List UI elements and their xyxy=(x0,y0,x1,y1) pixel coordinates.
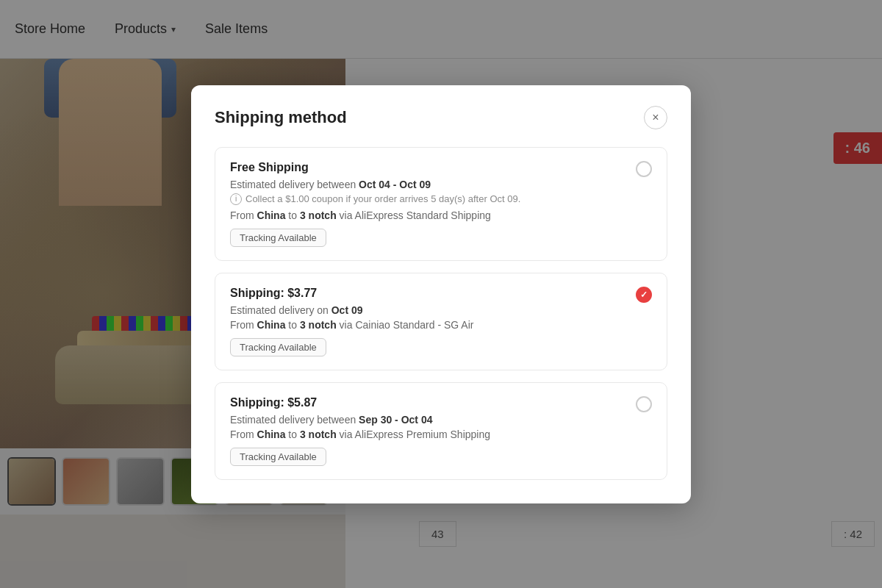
shipping-option-premium[interactable]: Shipping: $5.87 Estimated delivery betwe… xyxy=(215,382,667,480)
option-header-premium: Shipping: $5.87 Estimated delivery betwe… xyxy=(230,396,652,466)
tracking-badge-premium: Tracking Available xyxy=(230,448,326,466)
close-button[interactable]: × xyxy=(644,106,667,129)
option-delivery-standard: Estimated delivery on Oct 09 xyxy=(230,304,473,316)
option-delivery-free: Estimated delivery between Oct 04 - Oct … xyxy=(230,179,520,190)
tracking-badge-standard: Tracking Available xyxy=(230,338,326,356)
option-from-free: From China to 3 notch via AliExpress Sta… xyxy=(230,209,520,221)
option-coupon-free: i Collect a $1.00 coupon if your order a… xyxy=(230,193,520,205)
tracking-badge-free: Tracking Available xyxy=(230,229,326,247)
info-icon-free: i xyxy=(230,193,242,205)
shipping-option-free[interactable]: Free Shipping Estimated delivery between… xyxy=(215,147,667,261)
option-from-premium: From China to 3 notch via AliExpress Pre… xyxy=(230,429,490,440)
option-from-standard: From China to 3 notch via Cainiao Standa… xyxy=(230,319,473,331)
radio-premium[interactable] xyxy=(636,396,652,412)
option-header-free: Free Shipping Estimated delivery between… xyxy=(230,161,652,247)
option-header-standard: Shipping: $3.77 Estimated delivery on Oc… xyxy=(230,287,652,356)
modal-header: Shipping method × xyxy=(215,106,667,129)
radio-free[interactable] xyxy=(636,161,652,177)
option-content-premium: Shipping: $5.87 Estimated delivery betwe… xyxy=(230,396,490,466)
option-title-standard: Shipping: $3.77 xyxy=(230,287,473,300)
option-title-premium: Shipping: $5.87 xyxy=(230,396,490,409)
radio-standard[interactable] xyxy=(636,287,652,303)
option-delivery-premium: Estimated delivery between Sep 30 - Oct … xyxy=(230,414,490,426)
shipping-method-modal: Shipping method × Free Shipping Estimate… xyxy=(191,85,691,503)
modal-title: Shipping method xyxy=(215,108,347,127)
shipping-option-standard[interactable]: Shipping: $3.77 Estimated delivery on Oc… xyxy=(215,273,667,370)
option-content-free: Free Shipping Estimated delivery between… xyxy=(230,161,520,247)
option-content-standard: Shipping: $3.77 Estimated delivery on Oc… xyxy=(230,287,473,356)
modal-overlay: Shipping method × Free Shipping Estimate… xyxy=(0,0,882,588)
option-title-free: Free Shipping xyxy=(230,161,520,174)
